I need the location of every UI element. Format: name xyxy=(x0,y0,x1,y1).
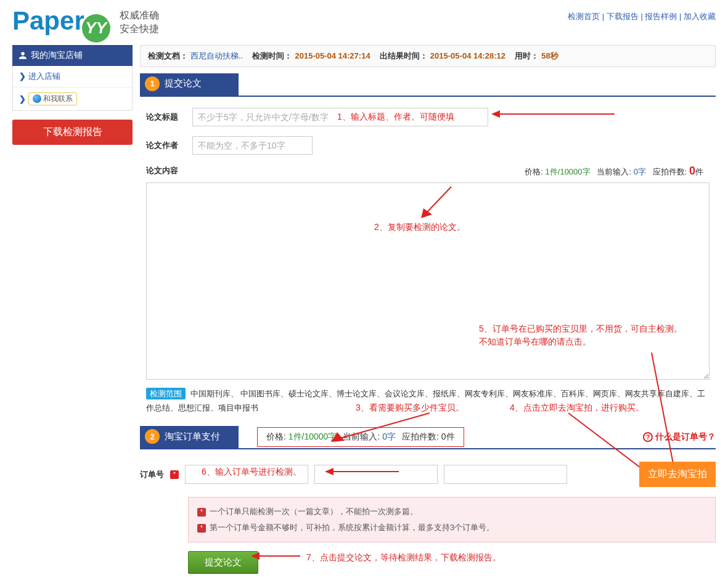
sidebar-item-label: 进入店铺 xyxy=(28,71,60,82)
arrow-icon xyxy=(251,549,300,563)
order-input-2[interactable] xyxy=(314,465,438,484)
contact-badge: 和我联系 xyxy=(28,92,77,105)
logo: PaperYY 权威准确 安全快捷 xyxy=(12,6,159,39)
price-label: 价格: xyxy=(525,167,543,176)
bullet-icon: * xyxy=(197,508,206,517)
doc-name[interactable]: 西尼自动扶梯.. xyxy=(190,51,243,62)
author-label: 论文作者 xyxy=(146,140,192,151)
info-bar: 检测文档： 西尼自动扶梯.. 检测时间： 2015-05-04 14:27:14… xyxy=(140,45,716,67)
logo-badge: YY xyxy=(82,14,110,43)
doc-label: 检测文档： xyxy=(148,51,188,62)
current-label: 当前输入: xyxy=(597,167,631,176)
submit-button[interactable]: 提交论文 xyxy=(188,551,258,574)
duration: 58秒 xyxy=(541,51,558,62)
sidebar-header: 我的淘宝店铺 xyxy=(12,45,133,66)
slogan-line: 权威准确 xyxy=(120,9,159,22)
result-time: 2015-05-04 14:28:12 xyxy=(430,51,505,60)
count-label: 应拍件数: xyxy=(653,167,687,176)
step-number-badge: 2 xyxy=(145,429,160,444)
count-label: 应拍件数: xyxy=(402,432,439,441)
wangwang-icon xyxy=(33,94,41,103)
top-nav: 检测首页 | 下载报告 | 报告样例 | 加入收藏 xyxy=(568,6,716,22)
sidebar-title: 我的淘宝店铺 xyxy=(31,50,83,61)
annotation-6: 6、输入订单号进行检测。 xyxy=(202,467,301,478)
scope-tag: 检测范围 xyxy=(146,388,186,399)
arrow-icon xyxy=(491,107,615,121)
detect-time: 2015-05-04 14:27:14 xyxy=(295,51,370,60)
step-title: 淘宝订单支付 xyxy=(165,431,229,443)
annotation-1: 1、输入标题、作者。可随便填 xyxy=(337,112,454,123)
detect-time-label: 检测时间： xyxy=(252,51,292,62)
step-number-badge: 1 xyxy=(145,76,160,91)
download-report-button[interactable]: 下载检测报告 xyxy=(12,120,133,145)
count-unit: 件 xyxy=(446,432,455,441)
nav-favorite[interactable]: 加入收藏 xyxy=(684,12,716,21)
sidebar-contact[interactable]: ❯ 和我联系 xyxy=(13,88,132,110)
sidebar-item-label: 和我联系 xyxy=(43,94,73,104)
step-title: 提交论文 xyxy=(165,78,210,89)
chevron-right-icon: ❯ xyxy=(19,94,26,104)
annotation-5: 5、订单号在已购买的宝贝里，不用货，可自主检测。 不知道订单号在哪的请点击。 xyxy=(479,322,682,348)
annotation-2: 2、复制要检测的论文。 xyxy=(374,222,465,233)
result-time-label: 出结果时间： xyxy=(380,51,428,62)
stats: 价格: 1件/10000字 当前输入: 0字 应拍件数: 0件 xyxy=(525,165,703,178)
warning-box: *一个订单只能检测一次（一篇文章），不能拍一次测多篇。 *第一个订单号金额不够时… xyxy=(188,497,716,542)
help-text: 什么是订单号？ xyxy=(655,432,716,443)
current-value: 0字 xyxy=(634,167,646,176)
svg-marker-1 xyxy=(491,110,500,118)
logo-text: Paper xyxy=(12,6,84,35)
duration-label: 用时： xyxy=(515,51,539,62)
required-icon: * xyxy=(170,470,179,479)
price-value: 1件/10000字 xyxy=(288,432,337,441)
count-value: 0 xyxy=(689,165,695,177)
nav-home[interactable]: 检测首页 xyxy=(568,12,600,21)
stats-box: 价格: 1件/10000字 当前输入: 0字 应拍件数: 0件 xyxy=(257,427,464,447)
annotation-7: 7、点击提交论文，等待检测结果，下载检测报告。 xyxy=(306,552,501,563)
chevron-right-icon: ❯ xyxy=(19,72,26,81)
user-icon xyxy=(18,51,27,60)
order-input-3[interactable] xyxy=(444,465,567,484)
annotation-line: 不知道订单号在哪的请点击。 xyxy=(479,337,591,346)
warning-line: 第一个订单号金额不够时，可补拍，系统按累计金额计算，最多支持3个订单号。 xyxy=(210,523,494,532)
help-what-is-order[interactable]: ? 什么是订单号？ xyxy=(643,432,716,443)
slogan: 权威准确 安全快捷 xyxy=(120,9,159,36)
order-label: 订单号 xyxy=(140,469,164,480)
count-unit: 件 xyxy=(695,167,703,176)
count-value: 0 xyxy=(441,432,446,441)
nav-sample[interactable]: 报告样例 xyxy=(645,12,677,21)
go-taobao-button[interactable]: 立即去淘宝拍 xyxy=(639,462,716,487)
price-label: 价格: xyxy=(266,432,286,441)
annotation-4: 4、点击立即去淘宝拍，进行购买。 xyxy=(510,400,644,415)
bullet-icon: * xyxy=(197,524,206,533)
price-value: 1件/10000字 xyxy=(546,167,591,176)
title-label: 论文标题 xyxy=(146,112,192,123)
slogan-line: 安全快捷 xyxy=(120,22,159,36)
question-icon: ? xyxy=(643,432,653,442)
content-label: 论文内容 xyxy=(146,165,192,176)
step2-header: 2 淘宝订单支付 xyxy=(140,426,239,448)
current-label: 当前输入: xyxy=(343,432,380,441)
annotation-line: 5、订单号在已购买的宝贝里，不用货，可自主检测。 xyxy=(479,324,682,333)
nav-download[interactable]: 下载报告 xyxy=(607,12,639,21)
author-input[interactable] xyxy=(192,136,313,155)
content-textarea[interactable] xyxy=(146,182,710,380)
step1-header: 1 提交论文 xyxy=(140,73,239,96)
current-value: 0字 xyxy=(382,432,396,441)
warning-line: 一个订单只能检测一次（一篇文章），不能拍一次测多篇。 xyxy=(210,507,418,516)
annotation-3: 3、看需要购买多少件宝贝。 xyxy=(356,400,464,415)
sidebar-enter-shop[interactable]: ❯ 进入店铺 xyxy=(13,66,132,88)
